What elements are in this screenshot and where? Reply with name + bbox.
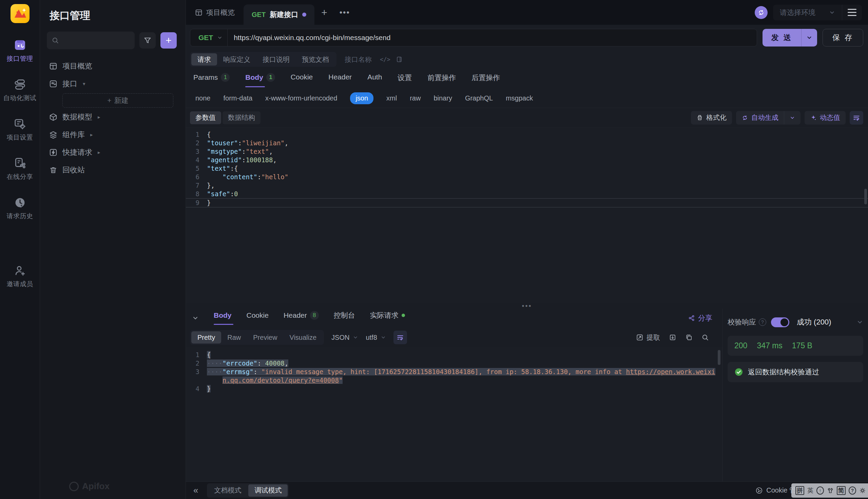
menu-button[interactable]	[842, 9, 862, 16]
share-button[interactable]: 分享	[688, 313, 712, 323]
body-type-x-www-form-urlencoded[interactable]: x-www-form-urlencoded	[265, 94, 337, 102]
view-visualize[interactable]: Visualize	[283, 331, 323, 343]
code-line[interactable]: 2····"errcode": 40008,	[186, 359, 722, 368]
body-type-binary[interactable]: binary	[433, 94, 452, 102]
tab-project-overview[interactable]: 项目概览	[186, 0, 243, 25]
search-in-response-button[interactable]	[702, 334, 709, 341]
debug-mode-button[interactable]: 调试模式	[248, 484, 288, 497]
rail-item-api-management[interactable]: 接口管理	[0, 38, 40, 63]
body-type-msgpack[interactable]: msgpack	[506, 94, 533, 102]
sidebar-item-components[interactable]: 组件库 ▸	[40, 126, 186, 144]
tab-new-api-active[interactable]: GET 新建接口	[243, 4, 314, 25]
view-pretty[interactable]: Pretty	[191, 331, 221, 343]
help-icon[interactable]: ?	[759, 318, 766, 326]
body-type-json[interactable]: json	[350, 92, 374, 104]
sidebar-item-quick-requests[interactable]: 快捷请求 ▸	[40, 144, 186, 161]
body-type-graphql[interactable]: GraphQL	[465, 94, 493, 102]
search-input[interactable]	[62, 37, 130, 45]
doc-mode-button[interactable]: 文档模式	[208, 484, 247, 497]
send-button[interactable]: 发 送	[763, 29, 817, 47]
doc-tab-response-definition[interactable]: 响应定义	[217, 53, 256, 65]
ime-settings-gear-icon[interactable]	[859, 487, 866, 494]
encoding-select[interactable]: utf8	[366, 334, 386, 341]
param-value-tab[interactable]: 参数值	[190, 111, 221, 124]
panel-layout-icon[interactable]	[396, 56, 403, 63]
rail-item-online-share[interactable]: 在线分享	[0, 157, 40, 181]
new-tab-button[interactable]: +	[314, 0, 334, 25]
request-body-editor[interactable]: 1{2"touser":"liweijian",3"msgtype":"text…	[186, 127, 868, 303]
ime-simplified-toggle[interactable]: 简	[837, 486, 846, 495]
dynamic-value-button[interactable]: 动态值	[805, 111, 846, 125]
view-preview[interactable]: Preview	[247, 331, 283, 343]
sync-button[interactable]	[755, 6, 768, 19]
code-line[interactable]: 4}	[186, 385, 722, 393]
tab-params[interactable]: Params 1	[193, 73, 230, 87]
chevron-down-icon[interactable]	[217, 35, 223, 40]
sidebar-item-recycle-bin[interactable]: 回收站	[40, 161, 186, 179]
code-line[interactable]: 2"touser":"liweijian",	[186, 139, 868, 147]
response-tab-console[interactable]: 控制台	[334, 311, 355, 326]
code-line[interactable]: 8"safe":0	[186, 190, 868, 198]
tab-post-processors[interactable]: 后置操作	[471, 73, 500, 88]
chevron-down-icon[interactable]	[856, 319, 863, 326]
url-input[interactable]	[228, 34, 757, 42]
ime-arrow-up-icon[interactable]: ↑	[816, 486, 824, 495]
code-icon[interactable]: </>	[380, 56, 390, 63]
auto-generate-options-button[interactable]	[784, 111, 801, 125]
ime-skin-icon[interactable]	[827, 487, 834, 494]
tab-auth[interactable]: Auth	[367, 73, 382, 87]
api-name-placeholder[interactable]: 接口名称	[344, 55, 372, 64]
validate-response-toggle[interactable]	[771, 317, 789, 327]
environment-select[interactable]: 请选择环境	[773, 8, 842, 17]
save-button[interactable]: 保 存	[822, 29, 863, 47]
tab-body[interactable]: Body 1	[245, 73, 275, 87]
word-wrap-toggle[interactable]	[850, 111, 863, 125]
response-tab-body[interactable]: Body	[214, 311, 232, 325]
response-tab-actual-request[interactable]: 实际请求	[370, 311, 405, 326]
sidebar-item-api[interactable]: 接口 ▾	[40, 75, 186, 93]
ime-help-icon[interactable]: ?	[849, 486, 856, 495]
code-line[interactable]: 3····"errmsg": "invalid message type, hi…	[186, 368, 722, 385]
code-line[interactable]: 9}	[186, 198, 868, 207]
code-line[interactable]: 3"msgtype":"text",	[186, 147, 868, 156]
code-line[interactable]: 5"text":{	[186, 164, 868, 173]
search-box[interactable]	[47, 32, 135, 49]
add-button[interactable]: +	[161, 32, 177, 49]
collapse-response-icon[interactable]	[192, 315, 199, 321]
send-options-chevron-icon[interactable]	[802, 35, 817, 41]
tab-header[interactable]: Header	[328, 73, 352, 87]
tab-overflow-button[interactable]: •••	[334, 0, 355, 25]
doc-tab-preview-docs[interactable]: 预览文档	[296, 53, 335, 65]
body-type-form-data[interactable]: form-data	[224, 94, 253, 102]
sidebar-item-data-models[interactable]: 数据模型 ▸	[40, 108, 186, 126]
code-line[interactable]: 6"content":"hello"	[186, 173, 868, 181]
body-type-none[interactable]: none	[196, 94, 211, 102]
view-raw[interactable]: Raw	[221, 331, 247, 343]
copy-button[interactable]	[685, 334, 693, 341]
scrollbar-thumb[interactable]	[718, 350, 720, 365]
scrollbar-thumb[interactable]	[864, 189, 867, 204]
code-line[interactable]: 7},	[186, 181, 868, 190]
code-line[interactable]: 1{	[186, 351, 722, 359]
data-structure-tab[interactable]: 数据结构	[223, 111, 261, 124]
format-button[interactable]: 格式化	[691, 111, 732, 125]
rail-item-project-settings[interactable]: 项目设置	[0, 118, 40, 142]
rail-item-automated-testing[interactable]: 自动化测试	[0, 78, 40, 102]
body-type-raw[interactable]: raw	[410, 94, 420, 102]
apifox-logo[interactable]	[11, 4, 29, 23]
code-line[interactable]: 4"agentid":1000188,	[186, 156, 868, 164]
tab-pre-processors[interactable]: 前置操作	[427, 73, 456, 88]
rail-item-invite-members[interactable]: 邀请成员	[0, 264, 40, 289]
ime-english-toggle[interactable]: 英	[807, 486, 814, 495]
code-line[interactable]: 1{	[186, 130, 868, 139]
download-button[interactable]	[669, 334, 676, 341]
method-select[interactable]: GET	[199, 34, 213, 42]
response-body-editor[interactable]: 1{2····"errcode": 40008,3····"errmsg": "…	[186, 347, 722, 481]
filter-button[interactable]	[139, 32, 156, 49]
extract-button[interactable]: 提取	[636, 333, 660, 342]
ime-toolbar[interactable]: 拼 英 ↑ 简 ?	[791, 483, 868, 498]
ime-pinyin-toggle[interactable]: 拼	[795, 486, 804, 495]
response-tab-header[interactable]: Header 8	[284, 311, 319, 325]
tab-cookie[interactable]: Cookie	[291, 73, 313, 87]
doc-tab-request[interactable]: 请求	[191, 53, 217, 65]
